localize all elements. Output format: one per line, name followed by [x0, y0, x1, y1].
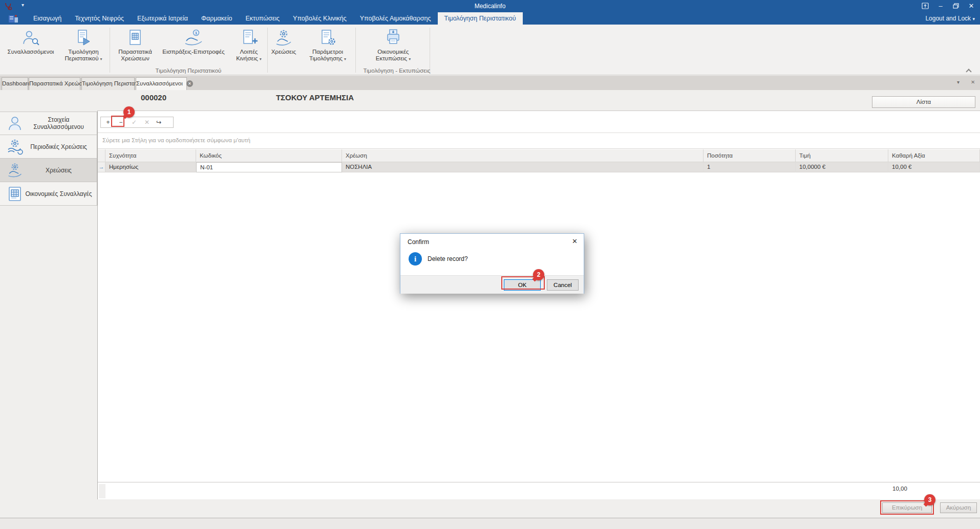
charges-grid-panel: + − ✓ ✕ ↪ Σύρετε μια Στήλη για να ομαδοπ… — [97, 111, 980, 499]
cell-posotita[interactable]: 1 — [704, 162, 796, 172]
footer-total: 10,00 — [892, 486, 907, 492]
column-header-posotita[interactable]: Ποσότητα — [704, 149, 796, 162]
sidebar-item-oikonomikes-synallages[interactable]: Οικονομικές Συναλλαγές — [0, 182, 97, 206]
gear-hand-icon — [269, 27, 298, 47]
logout-and-lock[interactable]: Logout and Lock ▾ — [925, 12, 975, 25]
document-plus-icon — [230, 27, 267, 47]
dropdown-caret-icon: ▾ — [260, 57, 262, 61]
ribbon-button-parastatika-xreoseon[interactable]: Παραστατικά Χρεώσεων — [114, 27, 157, 67]
ribbon-display-options-icon[interactable] — [918, 0, 933, 12]
grid-toolbar: + − ✓ ✕ ↪ — [100, 117, 174, 128]
tab-close-icon[interactable]: ✕ — [186, 80, 193, 87]
printer-icon — [361, 27, 425, 47]
menu-item-farmakeio[interactable]: Φαρμακείο — [195, 12, 239, 25]
dropdown-caret-icon: ▾ — [100, 57, 102, 61]
annotation-step-2: 2 — [533, 269, 544, 280]
group-by-panel[interactable]: Σύρετε μια Στήλη για να ομαδοποιήσετε σύ… — [98, 133, 980, 149]
dialog-close-icon[interactable]: ✕ — [572, 237, 578, 245]
minimize-button[interactable]: – — [933, 0, 948, 12]
document-gear-icon — [303, 27, 352, 47]
tab-dashboard[interactable]: Dashboard — [2, 77, 28, 90]
column-header-timi[interactable]: Τιμή — [796, 149, 888, 162]
akyrosi-cancel-button[interactable]: Ακύρωση — [940, 502, 977, 513]
dropdown-caret-icon: ▾ — [344, 57, 346, 61]
window-title: Medicalinfo — [0, 0, 980, 12]
restore-button[interactable] — [948, 0, 964, 12]
confirm-dialog: Confirm ✕ i Delete record? OK Cancel — [400, 233, 584, 294]
tab-timologisi-peristatikou[interactable]: Τιμολόγηση Περιστατικού — [81, 77, 135, 90]
person-icon — [5, 115, 25, 131]
menu-item-timologisi-peristatikou-active[interactable]: Τιμολόγηση Περιστατικού — [438, 12, 523, 25]
grid-footer: 10,00 — [98, 482, 980, 499]
record-name: ΤΣΟΚΟΥ ΑΡΤΕΜΗΣΙΑ — [220, 93, 410, 102]
collapse-ribbon-icon[interactable] — [966, 69, 971, 74]
dialog-message: Delete record? — [428, 255, 468, 262]
tab-parastatika-xreoseon[interactable]: Παραστατικά Χρεώσεων — [29, 77, 80, 90]
ribbon: Συναλλασσόμενοι Τιμολόγηση Περιστατικού▾… — [0, 25, 980, 75]
status-strip — [0, 518, 980, 529]
menu-item-texnitos-nefros[interactable]: Τεχνητός Νεφρός — [68, 12, 131, 25]
dialog-cancel-button[interactable]: Cancel — [547, 279, 579, 291]
menu-item-ektyposeis[interactable]: Εκτυπώσεις — [239, 12, 286, 25]
ribbon-button-eispraxeis-epistrofes[interactable]: 1 Εισπράξεις-Επιστροφές — [160, 27, 227, 67]
record-code: 000020 — [123, 93, 184, 102]
dialog-title: Confirm — [408, 238, 429, 246]
cell-kodikos-focused[interactable]: N-01 — [196, 162, 342, 172]
menu-item-exoterika-iatreia[interactable]: Εξωτερικά Ιατρεία — [131, 12, 195, 25]
person-search-icon — [4, 27, 57, 47]
refresh-button[interactable]: ↪ — [155, 118, 163, 126]
info-icon: i — [409, 252, 422, 266]
add-row-button[interactable]: + — [104, 118, 112, 126]
ribbon-group-label-timologisi-peristatikou: Τιμολόγηση Περιστατικού — [156, 68, 222, 74]
document-play-icon — [60, 27, 106, 47]
app-logo-stethoscope-icon — [4, 2, 13, 11]
menu-bar: Εισαγωγή Τεχνητός Νεφρός Εξωτερικά Ιατρε… — [0, 12, 980, 25]
gear-hand-icon — [5, 162, 25, 179]
ribbon-button-parametroi-timologisis[interactable]: Παράμετροι Τιμολόγησης▾ — [303, 27, 352, 67]
ribbon-group-label-timologisi-ektyposeis: Τιμολόγηση - Εκτυπώσεις — [363, 68, 430, 74]
ribbon-button-loipes-kiniseis[interactable]: Λοιπές Κινήσεις▾ — [230, 27, 267, 67]
menu-item-ypovoles-klinikis[interactable]: Υποβολές Κλινικής — [286, 12, 353, 25]
hand-coin-icon: 1 — [160, 27, 227, 47]
title-bar: ▾ Medicalinfo – ✕ — [0, 0, 980, 12]
column-header-kodikos[interactable]: Κωδικός — [196, 149, 342, 162]
sidebar-item-periodikes-xreoseis[interactable]: Περιοδικές Χρεώσεις — [0, 135, 97, 159]
close-button[interactable]: ✕ — [964, 0, 979, 12]
ribbon-button-oikonomikes-ektyposeis[interactable]: Οικονομικές Εκτυπώσεις▾ — [361, 27, 425, 67]
commit-edit-button[interactable]: ✓ — [130, 118, 138, 126]
ribbon-separator — [430, 28, 430, 73]
sidebar-item-stoixeia-synallassomenou[interactable]: Στοιχεία Συναλλασσόμενου — [0, 112, 97, 135]
ribbon-button-xreoseis[interactable]: Χρεώσεις — [269, 27, 298, 67]
tab-synallassomenoi-active[interactable]: Συναλλασσόμενοι✕ — [136, 77, 187, 90]
document-table-icon — [114, 27, 157, 47]
cancel-edit-button[interactable]: ✕ — [143, 118, 151, 126]
quick-access-caret-icon[interactable]: ▾ — [22, 2, 24, 8]
tab-list-dropdown-icon[interactable]: ▾ — [957, 79, 960, 85]
file-menu-icon[interactable] — [0, 12, 27, 25]
ribbon-button-timologisi-peristatikou[interactable]: Τιμολόγηση Περιστατικού▾ — [60, 27, 106, 67]
annotation-step-3: 3 — [924, 494, 935, 505]
cell-syxnotita[interactable]: Ημερησίως — [105, 162, 196, 172]
column-header-kathari-axia[interactable]: Καθαρή Αξία — [888, 149, 980, 162]
app-window: ▾ Medicalinfo – ✕ Εισαγωγή Τεχνητός Νεφρ… — [0, 0, 980, 529]
header-indicator-cell — [98, 149, 105, 162]
menu-item-eisagogi[interactable]: Εισαγωγή — [27, 12, 68, 25]
menu-item-ypovoles-aimokatharsis[interactable]: Υποβολές Αιμοκάθαρσης — [353, 12, 438, 25]
list-button[interactable]: Λίστα — [872, 96, 975, 108]
cell-xreosi[interactable]: ΝΟΣΗΛΙΑ — [342, 162, 704, 172]
ribbon-separator — [267, 28, 268, 73]
ribbon-button-synallassomenoi[interactable]: Συναλλασσόμενοι — [4, 27, 57, 67]
tab-strip-close-icon[interactable]: ✕ — [971, 79, 975, 85]
sidebar-item-xreoseis[interactable]: Χρεώσεις — [0, 159, 97, 182]
cell-timi[interactable]: 10,0000 € — [796, 162, 888, 172]
group-by-hint: Σύρετε μια Στήλη για να ομαδοποιήσετε σύ… — [102, 137, 250, 143]
column-header-xreosi[interactable]: Χρέωση — [342, 149, 704, 162]
footer-indicator-cell — [99, 484, 105, 498]
table-document-icon — [5, 186, 25, 202]
svg-text:1: 1 — [195, 31, 198, 35]
document-tab-strip: Dashboard Παραστατικά Χρεώσεων Τιμολόγησ… — [0, 76, 980, 90]
logout-caret-icon: ▾ — [972, 16, 975, 21]
cell-kathari-axia[interactable]: 10,00 € — [888, 162, 980, 172]
delete-row-button[interactable]: − — [117, 118, 125, 126]
column-header-syxnotita[interactable]: Συχνότητα — [105, 149, 196, 162]
